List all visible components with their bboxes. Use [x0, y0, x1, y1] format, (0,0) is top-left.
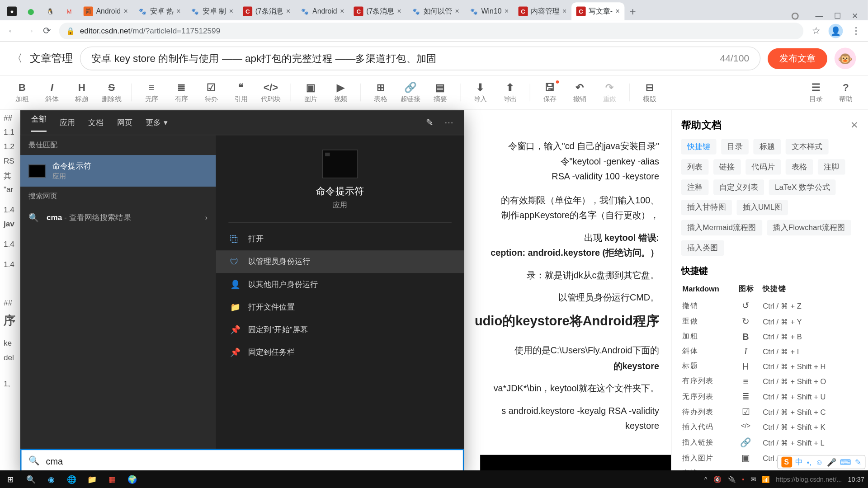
export-button[interactable]: ⬆导出 — [495, 81, 525, 103]
publish-button[interactable]: 发布文章 — [768, 48, 827, 69]
help-tag[interactable]: 自定义列表 — [713, 179, 764, 195]
ime-keyboard-icon[interactable]: ⌨ — [840, 458, 851, 467]
maximize-button[interactable]: ☐ — [834, 11, 841, 20]
tray-volume-icon[interactable]: 🔇 — [713, 475, 722, 483]
close-help-icon[interactable]: ✕ — [850, 119, 858, 131]
close-icon[interactable]: × — [562, 7, 566, 15]
image-button[interactable]: ▣图片 — [296, 81, 326, 103]
undo-button[interactable]: ↶撤销 — [565, 81, 594, 103]
code-button[interactable]: </>代码块 — [256, 81, 286, 103]
action-run-other[interactable]: 👤以其他用户身份运行 — [216, 273, 464, 296]
action-pin-start[interactable]: 📌固定到"开始"屏幕 — [216, 319, 464, 341]
tray-network-icon[interactable]: 🔌 — [728, 475, 736, 483]
reload-button[interactable]: ⟳ — [43, 25, 51, 36]
back-button[interactable]: ← — [7, 25, 17, 36]
new-tab-button[interactable]: + — [624, 4, 641, 20]
ime-settings-icon[interactable]: ✎ — [855, 458, 862, 467]
tab-1[interactable]: ⬤ — [21, 2, 40, 20]
close-icon[interactable]: × — [176, 7, 180, 15]
close-icon[interactable]: × — [286, 7, 290, 15]
tab-11[interactable]: 🐾Win10× — [464, 2, 514, 20]
heading-button[interactable]: H标题 — [67, 81, 97, 103]
help-tag[interactable]: 插入Flowchart流程图 — [767, 220, 851, 235]
ime-punct-icon[interactable]: •, — [807, 458, 812, 467]
taskbar-explorer[interactable]: 📁 — [85, 472, 99, 487]
bookmark-button[interactable]: ☆ — [812, 25, 820, 36]
action-pin-taskbar[interactable]: 📌固定到任务栏 — [216, 341, 464, 364]
tab-more[interactable]: 更多 ▾ — [146, 117, 168, 128]
forward-button[interactable]: → — [25, 25, 34, 36]
search-text-field[interactable] — [46, 456, 456, 466]
result-cmd[interactable]: 命令提示符应用 — [20, 155, 216, 187]
help-tag[interactable]: 链接 — [713, 159, 741, 174]
tab-all[interactable]: 全部 — [31, 113, 47, 131]
help-tag[interactable]: LaTeX 数学公式 — [769, 179, 836, 195]
close-icon[interactable]: × — [397, 7, 401, 15]
save-button[interactable]: 🖫保存 — [535, 81, 565, 103]
article-management-link[interactable]: 文章管理 — [30, 51, 73, 66]
strike-button[interactable]: S删除线 — [97, 81, 127, 103]
back-icon[interactable]: 〈 — [12, 51, 23, 66]
help-tag[interactable]: 注脚 — [818, 159, 845, 174]
taskbar-app[interactable]: ▦ — [105, 472, 119, 487]
tray-up-icon[interactable]: ^ — [704, 476, 708, 483]
ime-emoji-icon[interactable]: ☺ — [815, 458, 823, 467]
close-icon[interactable]: × — [455, 7, 459, 15]
tab-3[interactable]: M — [60, 2, 79, 20]
tab-active[interactable]: C写文章-× — [571, 2, 624, 20]
tab-7[interactable]: C(7条消息× — [238, 2, 295, 20]
help-tag[interactable]: 快捷键 — [681, 139, 717, 154]
template-button[interactable]: ⊟模版 — [635, 81, 665, 103]
close-window-button[interactable]: ✕ — [852, 11, 859, 20]
bold-button[interactable]: B加粗 — [7, 81, 37, 103]
taskbar-chrome[interactable]: 🌐 — [64, 472, 79, 487]
record-icon[interactable] — [792, 12, 799, 19]
taskbar-app[interactable]: ◉ — [44, 472, 59, 487]
profile-avatar[interactable]: 👤 — [829, 23, 843, 38]
tray-icon[interactable]: ▪ — [742, 476, 744, 483]
quote-button[interactable]: ❝引用 — [226, 81, 256, 103]
tab-web[interactable]: 网页 — [117, 117, 132, 128]
tab-4[interactable]: 简Android× — [79, 2, 132, 20]
link-button[interactable]: 🔗超链接 — [396, 81, 425, 103]
minimize-button[interactable]: — — [816, 11, 823, 20]
redo-button[interactable]: ↷重做 — [594, 81, 624, 103]
close-icon[interactable]: × — [229, 7, 233, 15]
help-tag[interactable]: 表格 — [786, 159, 813, 174]
ol-button[interactable]: ≣有序 — [166, 81, 196, 103]
user-avatar[interactable]: 🐵 — [835, 48, 856, 69]
ime-voice-icon[interactable]: 🎤 — [827, 458, 836, 467]
action-open-location[interactable]: 📁打开文件位置 — [216, 296, 464, 318]
help-tag[interactable]: 标题 — [753, 139, 781, 154]
help-tag[interactable]: 代码片 — [745, 159, 781, 174]
help-tag[interactable]: 注释 — [681, 179, 709, 195]
article-title-input[interactable]: 安卓 key store 的制作与使用 —— apk打包的完整过程 ——多渠道打… — [80, 47, 760, 70]
tab-0[interactable]: ● — [2, 2, 21, 20]
tray-wifi-icon[interactable]: 📶 — [762, 475, 770, 483]
close-icon[interactable]: × — [616, 7, 620, 15]
tab-12[interactable]: C内容管理× — [514, 2, 571, 20]
result-web[interactable]: 🔍 cma - 查看网络搜索结果 › — [20, 206, 216, 229]
help-tag[interactable]: 列表 — [681, 159, 709, 174]
tab-2[interactable]: 🐧 — [41, 2, 60, 20]
close-icon[interactable]: × — [340, 7, 344, 15]
help-button[interactable]: ?帮助 — [831, 81, 861, 103]
import-button[interactable]: ⬇导入 — [465, 81, 495, 103]
close-icon[interactable]: × — [505, 7, 509, 15]
start-button[interactable]: ⊞ — [4, 472, 18, 487]
windows-search-input[interactable]: 🔍 — [20, 449, 464, 473]
help-tag[interactable]: 插入类图 — [681, 240, 724, 256]
help-tag[interactable]: 插入甘特图 — [681, 200, 732, 215]
toc-button[interactable]: ☰目录 — [801, 81, 831, 103]
help-tag[interactable]: 插入UML图 — [736, 200, 788, 215]
url-input[interactable]: 🔒 editor.csdn.net/md/?articleId=11751259… — [59, 22, 804, 39]
ime-mode[interactable]: 中 — [795, 457, 803, 468]
tab-10[interactable]: 🐾如何以管× — [406, 2, 464, 20]
more-icon[interactable]: ⋯ — [444, 117, 453, 128]
help-tag[interactable]: 目录 — [721, 139, 749, 154]
tab-docs[interactable]: 文档 — [88, 117, 104, 128]
tray-time[interactable]: 10:37 — [848, 476, 864, 483]
ime-toolbar[interactable]: S 中 •, ☺ 🎤 ⌨ ✎ — [777, 455, 866, 469]
summary-button[interactable]: ▤摘要 — [425, 81, 455, 103]
action-run-admin[interactable]: 🛡以管理员身份运行 — [216, 250, 464, 273]
